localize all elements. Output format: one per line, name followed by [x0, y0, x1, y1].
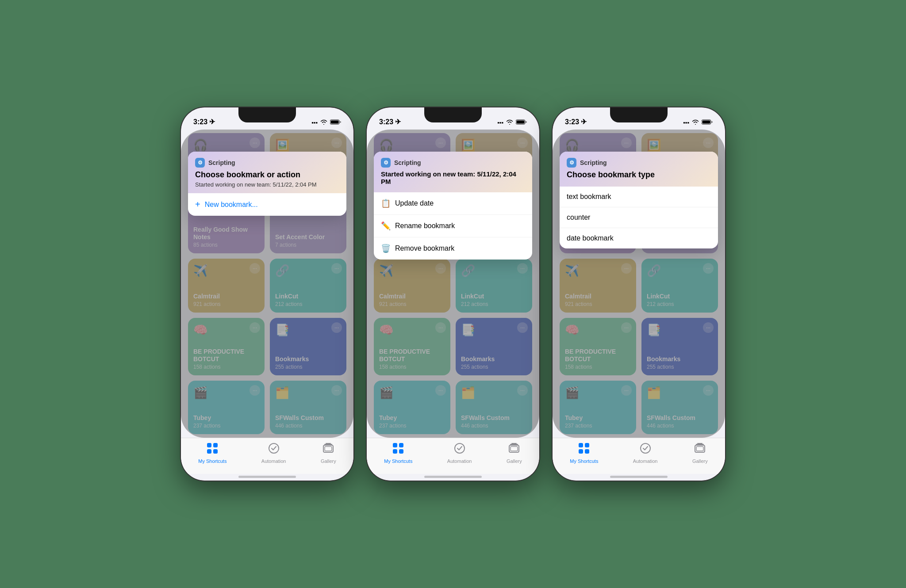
- counter-label: counter: [567, 214, 590, 221]
- phone-2: 3:23 ✈ ▪▪▪: [367, 107, 539, 481]
- tab-my-shortcuts-1[interactable]: My Shortcuts: [198, 443, 226, 464]
- notch-3: [610, 107, 668, 122]
- home-indicator-3: [610, 476, 668, 478]
- rename-label: Rename bookmark: [395, 222, 455, 230]
- signal-icon-3: ▪▪▪: [683, 119, 689, 126]
- battery-icon: [330, 119, 341, 126]
- tab-bar-2: My Shortcuts Automation: [367, 438, 539, 474]
- svg-rect-24: [585, 443, 589, 447]
- svg-rect-6: [213, 449, 218, 454]
- overlay-scripting: ⚙ Scripting: [195, 158, 339, 168]
- phone-1: 3:23 ✈ ▪▪▪: [181, 107, 353, 481]
- tab-automation-3[interactable]: Automation: [633, 443, 658, 464]
- overlay-title-2: Started working on new team: 5/11/22, 2:…: [381, 170, 525, 185]
- update-date-label: Update date: [395, 199, 434, 207]
- tab-label-automation-3: Automation: [633, 458, 658, 464]
- date-bookmark-item[interactable]: date bookmark: [560, 228, 718, 248]
- svg-rect-23: [579, 443, 583, 447]
- tab-my-shortcuts-2[interactable]: My Shortcuts: [384, 443, 412, 464]
- tab-label-shortcuts-3: My Shortcuts: [570, 458, 598, 464]
- tab-gallery-2[interactable]: Gallery: [507, 443, 522, 464]
- gallery-icon-2: [508, 443, 520, 457]
- svg-rect-5: [207, 449, 211, 454]
- tab-label-gallery-2: Gallery: [507, 458, 522, 464]
- svg-point-17: [455, 443, 465, 453]
- update-date-icon: 📋: [381, 199, 391, 208]
- signal-icon: ▪▪▪: [311, 119, 318, 126]
- svg-rect-29: [696, 447, 703, 451]
- status-time-2: 3:23 ✈: [379, 118, 401, 126]
- tab-label-shortcuts-2: My Shortcuts: [384, 458, 412, 464]
- tab-automation-1[interactable]: Automation: [261, 443, 286, 464]
- screen-content-1: 🎧 ··· Save For You Mix 23 actions 🖼️ ···…: [181, 130, 353, 438]
- tab-label-shortcuts-1: My Shortcuts: [198, 458, 226, 464]
- signal-icon-2: ▪▪▪: [497, 119, 503, 126]
- scripting-icon-3: ⚙: [567, 158, 576, 168]
- svg-rect-2: [331, 121, 339, 124]
- svg-rect-26: [585, 449, 589, 454]
- automation-icon: [268, 443, 280, 457]
- gallery-icon: [322, 443, 334, 457]
- tab-gallery-3[interactable]: Gallery: [692, 443, 708, 464]
- tab-label-automation-1: Automation: [261, 458, 286, 464]
- scripting-icon-2: ⚙: [381, 158, 391, 168]
- status-icons-1: ▪▪▪: [311, 119, 341, 126]
- svg-rect-11: [526, 121, 527, 123]
- tab-gallery-1[interactable]: Gallery: [321, 443, 336, 464]
- tab-bar-1: My Shortcuts Automation: [181, 438, 353, 474]
- gallery-icon-3: [694, 443, 706, 457]
- tab-bar-3: My Shortcuts Automation: [553, 438, 725, 474]
- status-icons-2: ▪▪▪: [497, 119, 527, 126]
- screen-content-2: 🎧 ··· Save For You Mix 23 actions 🖼️ ···…: [367, 130, 539, 438]
- wifi-icon: [320, 119, 327, 126]
- svg-rect-19: [511, 447, 518, 451]
- status-time-1: 3:23 ✈: [193, 118, 215, 126]
- svg-rect-21: [711, 121, 713, 123]
- overlay-body-3: text bookmark counter date bookmark: [560, 187, 718, 248]
- new-bookmark-item[interactable]: + New bookmark...: [188, 193, 346, 216]
- my-shortcuts-icon-3: [578, 443, 590, 457]
- update-date-item[interactable]: 📋 Update date: [374, 192, 532, 215]
- notch: [238, 107, 296, 122]
- svg-rect-22: [703, 121, 710, 124]
- remove-bookmark-item[interactable]: 🗑️ Remove bookmark: [374, 237, 532, 260]
- home-indicator-2: [424, 476, 482, 478]
- counter-item[interactable]: counter: [560, 207, 718, 228]
- date-bookmark-label: date bookmark: [567, 234, 614, 242]
- overlay-scripting-2: ⚙ Scripting: [381, 158, 525, 168]
- svg-rect-3: [207, 443, 211, 447]
- my-shortcuts-icon: [207, 443, 218, 457]
- scripting-label-3: Scripting: [580, 159, 607, 166]
- overlay-subtitle-1: Started working on new team: 5/11/22, 2:…: [195, 181, 339, 188]
- rename-bookmark-item[interactable]: ✏️ Rename bookmark: [374, 215, 532, 237]
- screen-content-3: 🎧 ··· Save For You Mix 23 actions 🖼️ ···…: [553, 130, 725, 438]
- svg-rect-16: [399, 449, 403, 454]
- plus-icon: +: [195, 199, 200, 210]
- svg-rect-12: [517, 121, 525, 124]
- battery-icon-2: [516, 119, 527, 126]
- new-bookmark-label: New bookmark...: [205, 201, 258, 209]
- my-shortcuts-icon-2: [392, 443, 404, 457]
- tab-my-shortcuts-3[interactable]: My Shortcuts: [570, 443, 598, 464]
- overlay-panel-2: ⚙ Scripting Started working on new team:…: [374, 152, 532, 260]
- svg-point-7: [269, 443, 279, 453]
- remove-label: Remove bookmark: [395, 244, 454, 252]
- overlay-scripting-3: ⚙ Scripting: [567, 158, 711, 168]
- tab-automation-2[interactable]: Automation: [447, 443, 472, 464]
- tab-label-gallery-1: Gallery: [321, 458, 336, 464]
- svg-rect-1: [340, 121, 341, 123]
- tab-label-gallery-3: Gallery: [692, 458, 708, 464]
- automation-icon-2: [454, 443, 465, 457]
- svg-rect-15: [393, 449, 397, 454]
- home-indicator-1: [238, 476, 296, 478]
- overlay-body-1: + New bookmark...: [188, 193, 346, 216]
- svg-rect-9: [325, 447, 332, 451]
- overlay-title-3: Choose bookmark type: [567, 170, 711, 179]
- notch-2: [424, 107, 482, 122]
- svg-rect-14: [399, 443, 403, 447]
- scripting-icon: ⚙: [195, 158, 205, 168]
- wifi-icon-2: [506, 119, 513, 126]
- remove-icon: 🗑️: [381, 244, 391, 253]
- text-bookmark-item[interactable]: text bookmark: [560, 187, 718, 207]
- text-bookmark-label: text bookmark: [567, 193, 611, 201]
